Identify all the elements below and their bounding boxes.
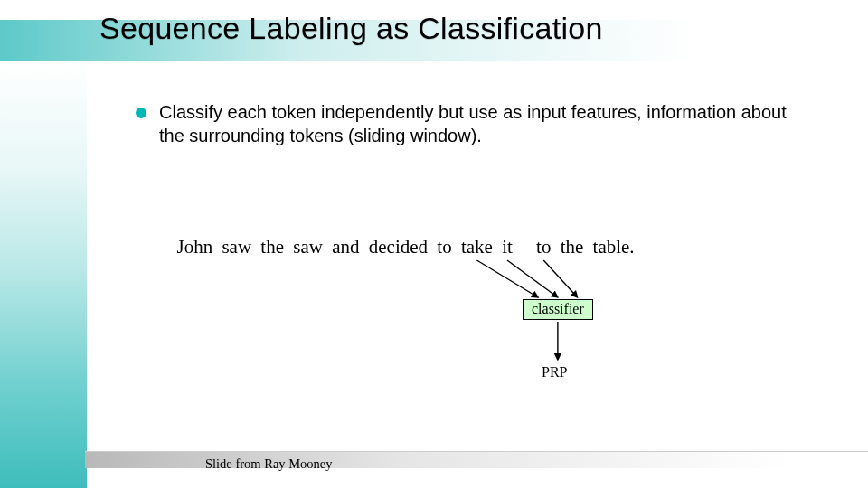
- sentence-word: to: [435, 236, 454, 258]
- example-sentence: John saw the saw and decided to take it …: [175, 236, 637, 258]
- attribution-text: Slide from Ray Mooney: [205, 456, 333, 472]
- page-title: Sequence Labeling as Classification: [99, 11, 603, 46]
- svg-line-0: [476, 260, 538, 297]
- svg-line-1: [507, 260, 558, 297]
- bullet-item: Classify each token independently but us…: [136, 101, 832, 147]
- svg-line-2: [543, 260, 577, 297]
- classifier-output-tag: PRP: [542, 364, 567, 380]
- sentence-word: it: [500, 236, 515, 258]
- sentence-word: saw: [291, 236, 326, 258]
- sentence-word: table.: [590, 236, 637, 258]
- bullet-icon: [136, 108, 146, 118]
- bullet-text: Classify each token independently but us…: [159, 101, 810, 147]
- slide-root: Sequence Labeling as Classification Clas…: [0, 0, 868, 488]
- sentence-word: and: [330, 236, 362, 258]
- sentence-word: take: [458, 236, 495, 258]
- sentence-word: decided: [366, 236, 429, 258]
- body-content: Classify each token independently but us…: [136, 101, 832, 147]
- left-accent-column: [0, 61, 87, 488]
- footer-bar: [85, 451, 868, 468]
- sentence-word: to: [534, 236, 553, 258]
- sentence-word: the: [558, 236, 586, 258]
- sentence-word: the: [259, 236, 287, 258]
- classifier-box: classifier: [523, 299, 593, 320]
- sentence-word: John: [175, 236, 215, 258]
- sentence-word: saw: [220, 236, 254, 258]
